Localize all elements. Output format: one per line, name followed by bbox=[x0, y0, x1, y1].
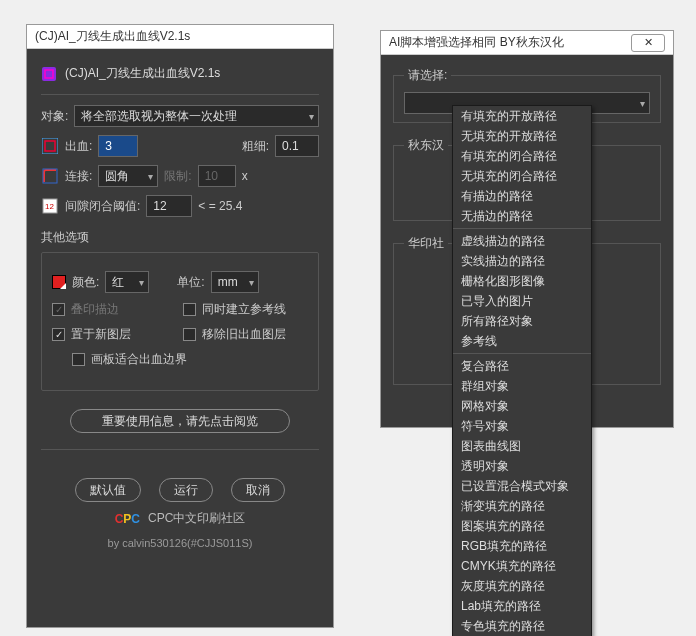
svg-rect-2 bbox=[45, 141, 55, 151]
dropdown-item[interactable]: 渐变填充的路径 bbox=[453, 496, 591, 516]
guide-label: 同时建立参考线 bbox=[202, 301, 286, 318]
dropdown-item[interactable]: 透明对象 bbox=[453, 456, 591, 476]
default-button[interactable]: 默认值 bbox=[75, 478, 141, 502]
close-button[interactable]: ✕ bbox=[631, 34, 665, 52]
titlebar: (CJ)AI_刀线生成出血线V2.1s bbox=[27, 25, 333, 49]
dropdown-item[interactable]: 虚线描边的路径 bbox=[453, 231, 591, 251]
cpc-logo: CPC bbox=[115, 512, 140, 526]
color-label: 颜色: bbox=[72, 274, 99, 291]
join-icon bbox=[41, 167, 59, 185]
dropdown-item[interactable]: 所有路径对象 bbox=[453, 311, 591, 331]
dropdown-item[interactable]: 有描边的路径 bbox=[453, 186, 591, 206]
gap-label: 间隙闭合阈值: bbox=[65, 198, 140, 215]
dropdown-item[interactable]: 复合路径 bbox=[453, 356, 591, 376]
byline: by calvin530126(#CJJS011S) bbox=[41, 537, 319, 549]
bleed-icon bbox=[41, 137, 59, 155]
limit-label: 限制: bbox=[164, 168, 191, 185]
options-group: 颜色: 红 单位: mm 叠印描边 同时建立参考线 置于新图层 bbox=[41, 252, 319, 391]
dropdown-divider bbox=[453, 353, 591, 354]
bleed-dialog: (CJ)AI_刀线生成出血线V2.1s (CJ)AI_刀线生成出血线V2.1s … bbox=[26, 24, 334, 628]
app-icon bbox=[41, 66, 57, 82]
thickness-input[interactable]: 0.1 bbox=[275, 135, 319, 157]
limit-input[interactable]: 10 bbox=[198, 165, 236, 187]
group3-legend: 华印社 bbox=[404, 235, 448, 252]
dropdown-item[interactable]: 参考线 bbox=[453, 331, 591, 351]
dropdown-item[interactable]: 有填充的闭合路径 bbox=[453, 146, 591, 166]
gap-suffix: < = 25.4 bbox=[198, 199, 242, 213]
titlebar: AI脚本增强选择相同 BY秋东汉化 ✕ bbox=[381, 31, 673, 55]
window-title: (CJ)AI_刀线生成出血线V2.1s bbox=[35, 28, 190, 45]
removeold-label: 移除旧出血图层 bbox=[202, 326, 286, 343]
removeold-checkbox[interactable] bbox=[183, 328, 196, 341]
dropdown-item[interactable]: 无描边的路径 bbox=[453, 206, 591, 226]
bleed-label: 出血: bbox=[65, 138, 92, 155]
other-options-label: 其他选项 bbox=[41, 229, 319, 246]
clip-checkbox[interactable] bbox=[72, 353, 85, 366]
dropdown-item[interactable]: 栅格化图形图像 bbox=[453, 271, 591, 291]
gap-input[interactable]: 12 bbox=[146, 195, 192, 217]
connect-label: 连接: bbox=[65, 168, 92, 185]
group2-legend: 秋东汉 bbox=[404, 137, 448, 154]
select-dropdown[interactable]: 有填充的开放路径无填充的开放路径有填充的闭合路径无填充的闭合路径有描边的路径无描… bbox=[452, 105, 592, 636]
overprint-label: 叠印描边 bbox=[71, 301, 119, 318]
object-select[interactable]: 将全部选取视为整体一次处理 bbox=[74, 105, 319, 127]
dropdown-item[interactable]: 专色填充的路径 bbox=[453, 616, 591, 636]
dropdown-item[interactable]: 已导入的图片 bbox=[453, 291, 591, 311]
color-swatch[interactable] bbox=[52, 275, 66, 289]
newlayer-label: 置于新图层 bbox=[71, 326, 131, 343]
bleed-input[interactable]: 3 bbox=[98, 135, 138, 157]
dropdown-item[interactable]: 已设置混合模式对象 bbox=[453, 476, 591, 496]
dropdown-item[interactable]: 无填充的开放路径 bbox=[453, 126, 591, 146]
unit-label: 单位: bbox=[177, 274, 204, 291]
unit-select[interactable]: mm bbox=[211, 271, 259, 293]
header-title: (CJ)AI_刀线生成出血线V2.1s bbox=[65, 65, 220, 82]
newlayer-checkbox[interactable] bbox=[52, 328, 65, 341]
limit-suffix: x bbox=[242, 169, 248, 183]
dropdown-item[interactable]: 网格对象 bbox=[453, 396, 591, 416]
select-legend: 请选择: bbox=[404, 67, 451, 84]
clip-label: 画板适合出血边界 bbox=[91, 351, 187, 368]
overprint-checkbox[interactable] bbox=[52, 303, 65, 316]
dropdown-item[interactable]: 图案填充的路径 bbox=[453, 516, 591, 536]
cancel-button[interactable]: 取消 bbox=[231, 478, 285, 502]
dropdown-item[interactable]: 无填充的闭合路径 bbox=[453, 166, 591, 186]
object-label: 对象: bbox=[41, 108, 68, 125]
dropdown-divider bbox=[453, 228, 591, 229]
run-button[interactable]: 运行 bbox=[159, 478, 213, 502]
footer-text: CPC中文印刷社区 bbox=[148, 510, 245, 527]
dropdown-item[interactable]: Lab填充的路径 bbox=[453, 596, 591, 616]
connect-select[interactable]: 圆角 bbox=[98, 165, 158, 187]
gap-icon: 12 bbox=[41, 197, 59, 215]
dropdown-item[interactable]: 图表曲线图 bbox=[453, 436, 591, 456]
svg-text:12: 12 bbox=[45, 202, 54, 211]
dropdown-item[interactable]: 实线描边的路径 bbox=[453, 251, 591, 271]
svg-rect-0 bbox=[42, 67, 56, 81]
thickness-label: 粗细: bbox=[242, 138, 269, 155]
dropdown-item[interactable]: 有填充的开放路径 bbox=[453, 106, 591, 126]
dropdown-item[interactable]: CMYK填充的路径 bbox=[453, 556, 591, 576]
window-title: AI脚本增强选择相同 BY秋东汉化 bbox=[389, 34, 564, 51]
guide-checkbox[interactable] bbox=[183, 303, 196, 316]
info-button[interactable]: 重要使用信息，请先点击阅览 bbox=[70, 409, 290, 433]
dropdown-item[interactable]: 群组对象 bbox=[453, 376, 591, 396]
dropdown-item[interactable]: RGB填充的路径 bbox=[453, 536, 591, 556]
dropdown-item[interactable]: 符号对象 bbox=[453, 416, 591, 436]
color-select[interactable]: 红 bbox=[105, 271, 149, 293]
dropdown-item[interactable]: 灰度填充的路径 bbox=[453, 576, 591, 596]
